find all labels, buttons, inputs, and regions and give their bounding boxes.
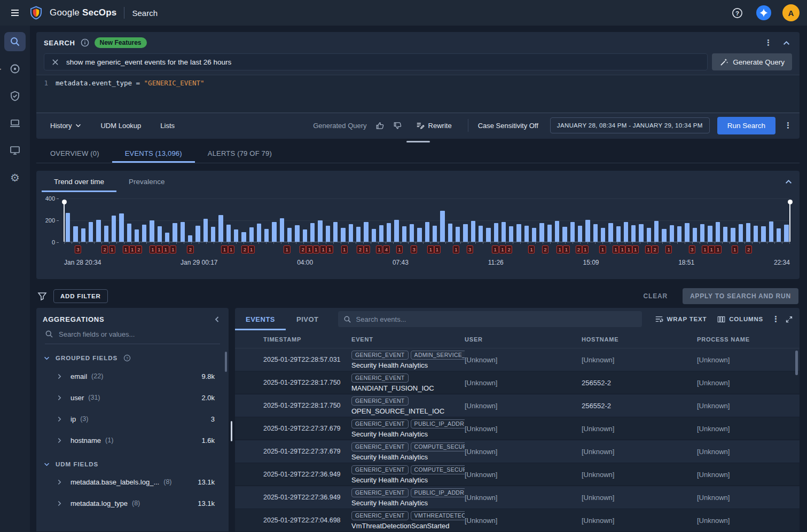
help-button[interactable]: ? [730,5,745,21]
alert-count-marker[interactable]: 1 [376,245,382,253]
trend-bar[interactable] [272,222,276,242]
tab-pivot[interactable]: PIVOT [286,308,330,330]
trend-bar[interactable] [379,225,383,242]
nav-settings[interactable]: ⚙ [4,168,26,187]
alert-count-marker[interactable]: 3 [467,245,473,253]
events-search-input[interactable] [356,315,637,323]
trend-bar[interactable] [585,220,590,242]
info-icon[interactable] [81,38,89,47]
alert-count-marker[interactable]: 2 [506,245,512,253]
run-search-button[interactable]: Run Search [717,117,775,134]
collapse-chart-button[interactable] [783,177,794,186]
trend-bar[interactable] [410,224,414,242]
toolbar-menu-button[interactable]: ⋮ [781,120,795,132]
trend-bar[interactable] [433,226,437,242]
trend-bar[interactable] [341,228,345,242]
column-header-process-name[interactable]: PROCESS NAME [697,336,800,343]
apply-to-search-button[interactable]: APPLY TO SEARCH AND RUN [683,288,798,304]
trend-bar[interactable] [287,228,292,242]
alert-count-marker[interactable]: 1 [619,245,625,253]
trend-bar[interactable] [81,228,85,242]
alert-count-marker[interactable]: 1 [528,245,535,253]
alert-count-marker[interactable]: 1 [557,245,563,253]
trend-bar[interactable] [754,226,758,242]
alert-count-marker[interactable]: 1 [221,245,228,253]
trend-bar[interactable] [127,224,131,242]
alert-count-marker[interactable]: 2 [136,245,142,253]
trend-bar[interactable] [524,226,529,242]
column-header-timestamp[interactable]: TIMESTAMP [263,336,351,343]
trend-bar[interactable] [112,216,116,242]
alert-count-marker[interactable]: 1 [326,245,333,253]
trend-bar[interactable] [303,229,307,242]
alert-count-marker[interactable]: 1 [625,245,632,253]
tab-overview[interactable]: OVERVIEW (0) [37,144,112,163]
trend-bar[interactable] [226,225,231,242]
alert-count-marker[interactable]: 2 [357,245,363,253]
thumbs-up-button[interactable] [371,118,389,133]
alert-count-marker[interactable]: 1 [306,245,312,253]
rewrite-button[interactable]: Rewrite [406,116,461,134]
alert-count-marker[interactable]: 2 [542,245,549,253]
aggregation-field-row[interactable]: email (22) 9.8k [36,366,229,387]
event-table-row[interactable]: 2025-01-29T22:28:17.750 GENERIC_EVENT MA… [235,371,800,394]
aggregation-group-header[interactable]: UDM FIELDS ? [36,451,229,471]
trend-bar[interactable] [723,227,727,242]
alert-count-marker[interactable]: 1 [341,245,347,253]
trend-bar[interactable] [387,223,391,242]
trend-bar[interactable] [364,222,368,242]
events-menu-button[interactable]: ⋮ [769,313,783,325]
alert-count-marker[interactable]: 1 [150,245,156,253]
main-menu-button[interactable] [7,5,22,20]
trend-bar[interactable] [486,228,490,242]
trend-bar[interactable] [639,224,643,242]
trend-bar[interactable] [73,226,77,242]
case-sensitivity-button[interactable]: Case Sensitivity Off [475,117,542,134]
trend-bar[interactable] [188,235,192,242]
nav-workstations[interactable] [4,114,26,133]
alert-count-marker[interactable]: 1 [613,245,619,253]
trend-bar[interactable] [394,220,398,242]
trend-bar[interactable] [532,228,536,242]
tab-trend-over-time[interactable]: Trend over time [42,171,116,192]
trend-bar[interactable] [647,228,651,242]
trend-bar[interactable] [349,224,353,242]
aggregations-scrollbar[interactable] [225,352,227,372]
alert-count-marker[interactable]: 1 [499,245,506,253]
event-table-row[interactable]: 2025-01-29T22:28:57.031 GENERIC_EVENTADM… [235,348,800,371]
event-table-row[interactable]: 2025-01-29T22:27:37.679 GENERIC_EVENTPUB… [235,417,800,440]
alert-count-marker[interactable]: 1 [129,245,136,253]
alert-count-marker[interactable]: 4 [383,245,389,253]
aggregation-group-header[interactable]: GROUPED FIELDS ? [36,344,229,366]
aggregation-field-row[interactable]: metadata.log_type (8) 13.1k [36,493,229,514]
trend-bar[interactable] [685,223,689,242]
trend-bar[interactable] [677,226,681,242]
alert-count-marker[interactable]: 3 [75,245,81,253]
trend-bar[interactable] [264,229,269,242]
tab-alerts[interactable]: ALERTS (79 OF 79) [195,144,285,163]
alert-count-marker[interactable]: 1 [702,245,708,253]
aggregation-field-row[interactable]: metadata.base_labels.log_... (8) 13.1k [36,471,229,493]
alert-count-marker[interactable]: 1 [364,245,370,253]
trend-bar[interactable] [662,229,666,242]
collapse-search-panel-button[interactable] [781,38,792,47]
alert-count-marker[interactable]: 1 [665,245,672,253]
alert-count-marker[interactable]: 1 [434,245,440,253]
alert-count-marker[interactable]: 1 [599,245,606,253]
event-table-row[interactable]: 2025-01-29T22:27:37.679 GENERIC_EVENTCOM… [235,440,800,463]
trend-bar[interactable] [158,226,162,242]
time-brush-handle-left[interactable] [64,203,65,242]
thumbs-down-button[interactable] [389,118,406,133]
alert-count-marker[interactable]: 1 [582,245,589,253]
query-editor[interactable]: 1 metadata.event_type = "GENERIC_EVENT" [36,75,800,113]
trend-bar[interactable] [746,223,750,242]
alert-count-marker[interactable]: 2 [745,245,751,253]
trend-bar[interactable] [601,228,605,242]
trend-bar[interactable] [509,226,513,242]
column-header-hostname[interactable]: HOSTNAME [582,336,697,343]
trend-bar[interactable] [372,229,376,242]
trend-bar[interactable] [739,224,743,242]
trend-bar[interactable] [494,223,498,242]
alert-count-marker[interactable]: 1 [453,245,459,253]
trend-bar[interactable] [89,222,93,242]
